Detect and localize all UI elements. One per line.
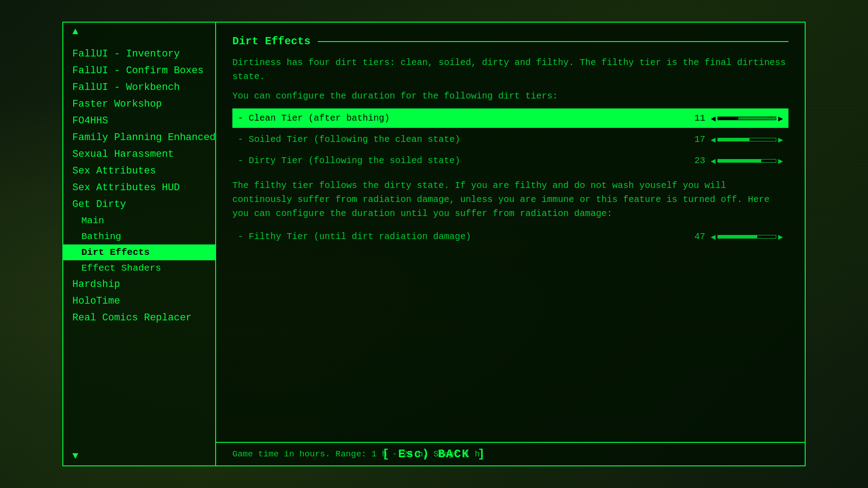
- sidebar-item-effect-shaders[interactable]: Effect Shaders: [63, 260, 215, 276]
- slider-left-arrow: ◀: [711, 135, 716, 145]
- soiled-tier-value: 17: [687, 134, 705, 145]
- setting-row-soiled-tier[interactable]: - Soiled Tier (following the clean state…: [232, 130, 788, 149]
- soiled-tier-track: [717, 138, 776, 141]
- clean-tier-slider[interactable]: ◀ ▶: [711, 113, 783, 123]
- slider-right-arrow: ▶: [778, 232, 783, 242]
- dirty-tier-label: - Dirty Tier (following the soiled state…: [238, 155, 687, 166]
- section-title-divider: [318, 41, 788, 42]
- sidebar-item-bathing[interactable]: Bathing: [63, 229, 215, 244]
- right-panel: Dirt Effects Dirtiness has four dirt tie…: [216, 22, 806, 466]
- slider-right-arrow: ▶: [778, 113, 783, 123]
- settings-list: - Clean Tier (after bathing) 11 ◀ ▶ - So…: [232, 108, 788, 170]
- filthy-tier-label: - Filthy Tier (until dirt radiation dama…: [238, 231, 687, 242]
- scroll-down-arrow[interactable]: ▼: [63, 447, 215, 465]
- section-title-row: Dirt Effects: [232, 35, 788, 47]
- nav-list: FallUI - Inventory FallUI - Confirm Boxe…: [63, 41, 215, 447]
- filthy-tier-value: 47: [687, 231, 705, 242]
- sidebar-item-sex-attributes-hud[interactable]: Sex Attributes HUD: [63, 179, 215, 196]
- slider-right-arrow: ▶: [778, 135, 783, 145]
- radiation-description: The filthy tier follows the dirty state.…: [232, 178, 788, 221]
- left-panel: ▲ FallUI - Inventory FallUI - Confirm Bo…: [62, 22, 216, 466]
- slider-left-arrow: ◀: [711, 232, 716, 242]
- dirty-tier-track: [717, 159, 776, 163]
- filthy-tier-fill: [718, 235, 757, 238]
- slider-left-arrow: ◀: [711, 156, 716, 166]
- description-text-2: You can configure the duration for the f…: [232, 89, 788, 103]
- sidebar-item-get-dirty[interactable]: Get Dirty: [63, 196, 215, 213]
- dirty-tier-fill: [718, 160, 761, 162]
- scroll-up-arrow[interactable]: ▲: [63, 23, 215, 41]
- sidebar-item-fo4hhs[interactable]: FO4HHS: [63, 113, 215, 129]
- filthy-tier-track: [717, 235, 776, 239]
- setting-row-clean-tier[interactable]: - Clean Tier (after bathing) 11 ◀ ▶: [232, 108, 788, 128]
- bottom-bar: Game time in hours. Range: 1 h - 24 h, S…: [216, 442, 805, 465]
- description-text-1: Dirtiness has four dirt tiers: clean, so…: [232, 56, 788, 84]
- sidebar-item-faster-workshop[interactable]: Faster Workshop: [63, 96, 215, 113]
- sidebar-item-dirt-effects[interactable]: Dirt Effects: [63, 244, 215, 260]
- soiled-tier-label: - Soiled Tier (following the clean state…: [238, 134, 687, 145]
- soiled-tier-slider[interactable]: ◀ ▶: [711, 135, 783, 145]
- sidebar-item-family-planning[interactable]: Family Planning Enhanced: [63, 129, 215, 146]
- sidebar-item-sexual-harassment[interactable]: Sexual Harassment: [63, 146, 215, 163]
- sidebar-item-real-comics[interactable]: Real Comics Replacer: [63, 310, 215, 326]
- dirty-tier-slider[interactable]: ◀ ▶: [711, 156, 783, 166]
- clean-tier-label: - Clean Tier (after bathing): [238, 113, 687, 123]
- section-title: Dirt Effects: [232, 35, 311, 47]
- clean-tier-track: [717, 117, 776, 120]
- sidebar-item-hardship[interactable]: Hardship: [63, 276, 215, 293]
- sidebar-item-fallui-confirm[interactable]: FallUI - Confirm Boxes: [63, 62, 215, 79]
- slider-right-arrow: ▶: [778, 156, 783, 166]
- main-container: ▲ FallUI - Inventory FallUI - Confirm Bo…: [62, 22, 806, 466]
- sidebar-item-fallui-workbench[interactable]: FallUI - Workbench: [63, 79, 215, 96]
- sidebar-item-main[interactable]: Main: [63, 213, 215, 229]
- back-button[interactable]: [ Esc) BACK ]: [382, 447, 486, 461]
- soiled-tier-fill: [718, 138, 750, 141]
- content-area: Dirt Effects Dirtiness has four dirt tie…: [216, 23, 805, 442]
- setting-row-dirty-tier[interactable]: - Dirty Tier (following the soiled state…: [232, 151, 788, 170]
- dirty-tier-value: 23: [687, 155, 705, 166]
- setting-row-filthy-tier[interactable]: - Filthy Tier (until dirt radiation dama…: [232, 227, 788, 246]
- clean-tier-value: 11: [687, 113, 705, 123]
- slider-left-arrow: ◀: [711, 113, 716, 123]
- sidebar-item-sex-attributes[interactable]: Sex Attributes: [63, 163, 215, 179]
- sidebar-item-fallui-inventory[interactable]: FallUI - Inventory: [63, 46, 215, 62]
- sidebar-item-holotime[interactable]: HoloTime: [63, 293, 215, 310]
- filthy-tier-slider[interactable]: ◀ ▶: [711, 232, 783, 242]
- clean-tier-fill: [718, 117, 738, 120]
